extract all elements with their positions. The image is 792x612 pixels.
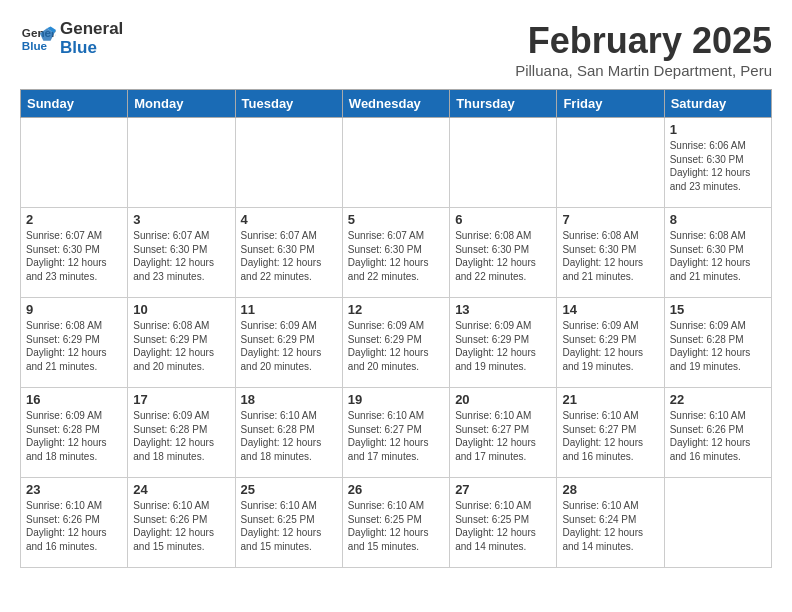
calendar-day-19: 19Sunrise: 6:10 AM Sunset: 6:27 PM Dayli…	[342, 388, 449, 478]
day-number: 24	[133, 482, 229, 497]
day-number: 13	[455, 302, 551, 317]
calendar-table: SundayMondayTuesdayWednesdayThursdayFrid…	[20, 89, 772, 568]
calendar-day-3: 3Sunrise: 6:07 AM Sunset: 6:30 PM Daylig…	[128, 208, 235, 298]
calendar-day-26: 26Sunrise: 6:10 AM Sunset: 6:25 PM Dayli…	[342, 478, 449, 568]
day-number: 19	[348, 392, 444, 407]
day-number: 7	[562, 212, 658, 227]
calendar-week-row: 23Sunrise: 6:10 AM Sunset: 6:26 PM Dayli…	[21, 478, 772, 568]
weekday-header-friday: Friday	[557, 90, 664, 118]
empty-day-cell	[557, 118, 664, 208]
day-info: Sunrise: 6:08 AM Sunset: 6:29 PM Dayligh…	[26, 319, 122, 373]
day-number: 9	[26, 302, 122, 317]
day-info: Sunrise: 6:10 AM Sunset: 6:28 PM Dayligh…	[241, 409, 337, 463]
empty-day-cell	[128, 118, 235, 208]
calendar-week-row: 9Sunrise: 6:08 AM Sunset: 6:29 PM Daylig…	[21, 298, 772, 388]
day-number: 6	[455, 212, 551, 227]
logo: General Blue General Blue	[20, 20, 123, 57]
calendar-week-row: 16Sunrise: 6:09 AM Sunset: 6:28 PM Dayli…	[21, 388, 772, 478]
day-info: Sunrise: 6:09 AM Sunset: 6:28 PM Dayligh…	[26, 409, 122, 463]
day-number: 16	[26, 392, 122, 407]
calendar-day-6: 6Sunrise: 6:08 AM Sunset: 6:30 PM Daylig…	[450, 208, 557, 298]
day-info: Sunrise: 6:09 AM Sunset: 6:28 PM Dayligh…	[133, 409, 229, 463]
calendar-day-14: 14Sunrise: 6:09 AM Sunset: 6:29 PM Dayli…	[557, 298, 664, 388]
day-info: Sunrise: 6:10 AM Sunset: 6:25 PM Dayligh…	[348, 499, 444, 553]
calendar-day-23: 23Sunrise: 6:10 AM Sunset: 6:26 PM Dayli…	[21, 478, 128, 568]
logo-icon: General Blue	[20, 21, 56, 57]
day-number: 17	[133, 392, 229, 407]
day-info: Sunrise: 6:08 AM Sunset: 6:29 PM Dayligh…	[133, 319, 229, 373]
day-info: Sunrise: 6:06 AM Sunset: 6:30 PM Dayligh…	[670, 139, 766, 193]
day-info: Sunrise: 6:10 AM Sunset: 6:25 PM Dayligh…	[241, 499, 337, 553]
calendar-title: February 2025	[515, 20, 772, 62]
weekday-header-sunday: Sunday	[21, 90, 128, 118]
calendar-day-11: 11Sunrise: 6:09 AM Sunset: 6:29 PM Dayli…	[235, 298, 342, 388]
empty-day-cell	[342, 118, 449, 208]
weekday-header-tuesday: Tuesday	[235, 90, 342, 118]
day-info: Sunrise: 6:07 AM Sunset: 6:30 PM Dayligh…	[133, 229, 229, 283]
weekday-header-saturday: Saturday	[664, 90, 771, 118]
calendar-day-20: 20Sunrise: 6:10 AM Sunset: 6:27 PM Dayli…	[450, 388, 557, 478]
day-number: 21	[562, 392, 658, 407]
day-number: 27	[455, 482, 551, 497]
day-number: 15	[670, 302, 766, 317]
day-info: Sunrise: 6:10 AM Sunset: 6:27 PM Dayligh…	[455, 409, 551, 463]
day-number: 1	[670, 122, 766, 137]
calendar-day-7: 7Sunrise: 6:08 AM Sunset: 6:30 PM Daylig…	[557, 208, 664, 298]
empty-day-cell	[21, 118, 128, 208]
day-number: 22	[670, 392, 766, 407]
calendar-day-16: 16Sunrise: 6:09 AM Sunset: 6:28 PM Dayli…	[21, 388, 128, 478]
day-info: Sunrise: 6:09 AM Sunset: 6:29 PM Dayligh…	[455, 319, 551, 373]
day-info: Sunrise: 6:10 AM Sunset: 6:26 PM Dayligh…	[133, 499, 229, 553]
day-info: Sunrise: 6:10 AM Sunset: 6:27 PM Dayligh…	[562, 409, 658, 463]
header: General Blue General Blue February 2025 …	[20, 20, 772, 79]
day-number: 2	[26, 212, 122, 227]
day-info: Sunrise: 6:08 AM Sunset: 6:30 PM Dayligh…	[670, 229, 766, 283]
day-info: Sunrise: 6:09 AM Sunset: 6:28 PM Dayligh…	[670, 319, 766, 373]
empty-day-cell	[235, 118, 342, 208]
day-number: 25	[241, 482, 337, 497]
day-info: Sunrise: 6:09 AM Sunset: 6:29 PM Dayligh…	[348, 319, 444, 373]
calendar-day-13: 13Sunrise: 6:09 AM Sunset: 6:29 PM Dayli…	[450, 298, 557, 388]
day-info: Sunrise: 6:08 AM Sunset: 6:30 PM Dayligh…	[455, 229, 551, 283]
calendar-week-row: 2Sunrise: 6:07 AM Sunset: 6:30 PM Daylig…	[21, 208, 772, 298]
day-number: 28	[562, 482, 658, 497]
calendar-day-4: 4Sunrise: 6:07 AM Sunset: 6:30 PM Daylig…	[235, 208, 342, 298]
day-info: Sunrise: 6:10 AM Sunset: 6:27 PM Dayligh…	[348, 409, 444, 463]
weekday-header-thursday: Thursday	[450, 90, 557, 118]
day-number: 14	[562, 302, 658, 317]
calendar-day-2: 2Sunrise: 6:07 AM Sunset: 6:30 PM Daylig…	[21, 208, 128, 298]
calendar-day-10: 10Sunrise: 6:08 AM Sunset: 6:29 PM Dayli…	[128, 298, 235, 388]
day-number: 23	[26, 482, 122, 497]
day-info: Sunrise: 6:10 AM Sunset: 6:25 PM Dayligh…	[455, 499, 551, 553]
day-number: 26	[348, 482, 444, 497]
day-info: Sunrise: 6:10 AM Sunset: 6:26 PM Dayligh…	[26, 499, 122, 553]
day-number: 4	[241, 212, 337, 227]
calendar-day-8: 8Sunrise: 6:08 AM Sunset: 6:30 PM Daylig…	[664, 208, 771, 298]
day-info: Sunrise: 6:08 AM Sunset: 6:30 PM Dayligh…	[562, 229, 658, 283]
calendar-day-17: 17Sunrise: 6:09 AM Sunset: 6:28 PM Dayli…	[128, 388, 235, 478]
calendar-day-18: 18Sunrise: 6:10 AM Sunset: 6:28 PM Dayli…	[235, 388, 342, 478]
day-info: Sunrise: 6:09 AM Sunset: 6:29 PM Dayligh…	[241, 319, 337, 373]
calendar-day-21: 21Sunrise: 6:10 AM Sunset: 6:27 PM Dayli…	[557, 388, 664, 478]
calendar-subtitle: Pilluana, San Martin Department, Peru	[515, 62, 772, 79]
day-info: Sunrise: 6:07 AM Sunset: 6:30 PM Dayligh…	[26, 229, 122, 283]
day-info: Sunrise: 6:10 AM Sunset: 6:26 PM Dayligh…	[670, 409, 766, 463]
day-number: 10	[133, 302, 229, 317]
day-number: 18	[241, 392, 337, 407]
day-info: Sunrise: 6:09 AM Sunset: 6:29 PM Dayligh…	[562, 319, 658, 373]
calendar-day-28: 28Sunrise: 6:10 AM Sunset: 6:24 PM Dayli…	[557, 478, 664, 568]
calendar-week-row: 1Sunrise: 6:06 AM Sunset: 6:30 PM Daylig…	[21, 118, 772, 208]
calendar-day-27: 27Sunrise: 6:10 AM Sunset: 6:25 PM Dayli…	[450, 478, 557, 568]
calendar-day-5: 5Sunrise: 6:07 AM Sunset: 6:30 PM Daylig…	[342, 208, 449, 298]
empty-day-cell	[664, 478, 771, 568]
logo-text-general: General	[60, 20, 123, 39]
weekday-header-monday: Monday	[128, 90, 235, 118]
weekday-header-wednesday: Wednesday	[342, 90, 449, 118]
empty-day-cell	[450, 118, 557, 208]
calendar-day-12: 12Sunrise: 6:09 AM Sunset: 6:29 PM Dayli…	[342, 298, 449, 388]
title-area: February 2025 Pilluana, San Martin Depar…	[515, 20, 772, 79]
calendar-day-22: 22Sunrise: 6:10 AM Sunset: 6:26 PM Dayli…	[664, 388, 771, 478]
day-info: Sunrise: 6:07 AM Sunset: 6:30 PM Dayligh…	[241, 229, 337, 283]
calendar-day-9: 9Sunrise: 6:08 AM Sunset: 6:29 PM Daylig…	[21, 298, 128, 388]
day-number: 5	[348, 212, 444, 227]
